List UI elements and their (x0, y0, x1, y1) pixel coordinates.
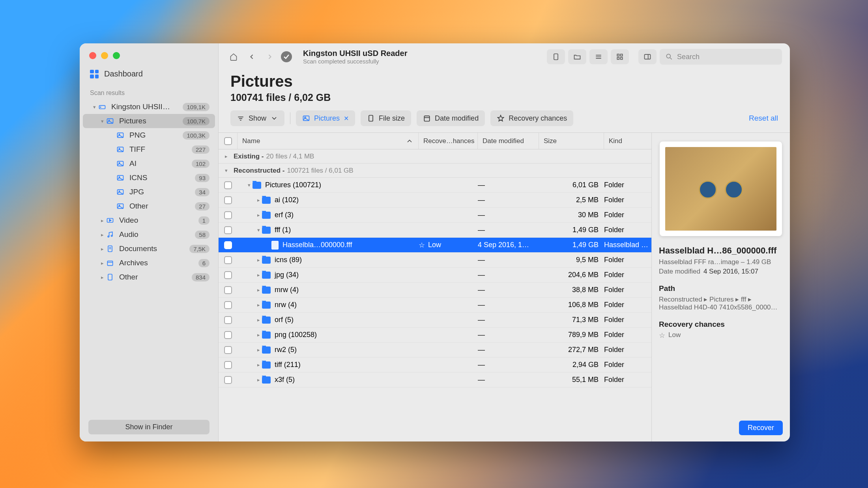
chevron-icon[interactable]: ▸ (255, 287, 262, 293)
folder-row[interactable]: ▸ai (102)—2,5 MBFolder (219, 193, 651, 208)
sidebar-item-other[interactable]: ▸Other834 (83, 270, 215, 284)
row-name-cell: ▸erf (3) (238, 211, 419, 219)
chevron-icon[interactable]: ▸ (255, 212, 262, 218)
chevron-icon[interactable]: ▸ (255, 272, 262, 278)
sidebar-item-kingston-uhsii-[interactable]: ▾Kingston UHSII…109,1K (83, 100, 215, 114)
sidebar-item-audio[interactable]: ▸Audio58 (83, 227, 215, 242)
sidebar-item-icns[interactable]: ICNS93 (83, 171, 215, 185)
sidebar-item-other[interactable]: Other27 (83, 199, 215, 213)
toggle-preview-button[interactable] (638, 49, 657, 64)
recovery-chances-filter-button[interactable]: Recovery chances (490, 110, 573, 126)
file-view-button[interactable] (547, 49, 565, 64)
row-checkbox[interactable] (219, 271, 238, 279)
file-size-filter-button[interactable]: File size (361, 110, 411, 126)
list-view-button[interactable] (589, 49, 608, 64)
row-checkbox[interactable] (219, 256, 238, 264)
row-size-cell: 2,94 GB (539, 361, 604, 369)
remove-filter-icon[interactable]: ✕ (344, 115, 349, 122)
file-row[interactable]: Hasselbla…000000.fff☆Low4 Sep 2016, 1…1,… (219, 238, 651, 253)
row-checkbox[interactable] (219, 181, 238, 189)
group-row-existing[interactable]: ▸Existing - 20 files / 4,1 MB (219, 149, 651, 164)
chevron-icon[interactable]: ▸ (255, 197, 262, 203)
back-button[interactable] (245, 50, 259, 64)
grid-view-button[interactable] (611, 49, 629, 64)
row-kind-cell: Folder (604, 181, 651, 189)
column-date-modified[interactable]: Date modified (478, 133, 539, 149)
row-checkbox[interactable] (219, 316, 238, 324)
sidebar-item-documents[interactable]: ▸Documents7,5K (83, 242, 215, 256)
folder-row[interactable]: ▸rw2 (5)—272,7 MBFolder (219, 343, 651, 358)
file-icon (271, 241, 279, 250)
minimize-window-button[interactable] (101, 52, 108, 59)
folder-row[interactable]: ▸tiff (211)—2,94 GBFolder (219, 358, 651, 373)
close-window-button[interactable] (89, 52, 96, 59)
chevron-icon[interactable]: ▾ (245, 182, 253, 188)
folder-row[interactable]: ▸icns (89)—9,5 MBFolder (219, 253, 651, 268)
sidebar-item-count: 27 (195, 202, 210, 210)
folder-row[interactable]: ▸x3f (5)—55,1 MBFolder (219, 373, 651, 387)
search-field[interactable]: Search (660, 49, 782, 65)
row-kind-cell: Folder (604, 271, 651, 279)
sidebar-item-archives[interactable]: ▸Archives6 (83, 256, 215, 270)
folder-row[interactable]: ▸mrw (4)—38,8 MBFolder (219, 283, 651, 298)
row-checkbox[interactable] (219, 226, 238, 234)
folder-row[interactable]: ▾fff (1)—1,49 GBFolder (219, 223, 651, 238)
chevron-icon[interactable]: ▾ (255, 227, 262, 233)
chevron-icon[interactable]: ▸ (255, 362, 262, 368)
forward-button[interactable] (263, 50, 277, 64)
chevron-icon[interactable]: ▸ (255, 347, 262, 353)
show-filter-button[interactable]: Show (230, 110, 284, 126)
column-kind[interactable]: Kind (604, 133, 651, 149)
folder-view-button[interactable] (568, 49, 586, 64)
column-name[interactable]: Name (238, 133, 419, 149)
row-checkbox[interactable] (219, 361, 238, 369)
sidebar-item-video[interactable]: ▸Video1 (83, 213, 215, 227)
show-in-finder-button[interactable]: Show in Finder (88, 420, 210, 434)
reset-all-button[interactable]: Reset all (749, 114, 778, 123)
row-checkbox[interactable] (219, 211, 238, 219)
sidebar-item-pictures[interactable]: ▾Pictures100,7K (83, 114, 215, 128)
select-all-checkbox[interactable] (219, 133, 238, 149)
sidebar-item-jpg[interactable]: JPG34 (83, 185, 215, 199)
chevron-icon[interactable]: ▸ (255, 302, 262, 308)
sidebar-item-ai[interactable]: AI102 (83, 156, 215, 171)
row-checkbox[interactable] (219, 301, 238, 309)
row-checkbox[interactable] (219, 376, 238, 384)
folder-row[interactable]: ▸erf (3)—30 MBFolder (219, 208, 651, 223)
preview-thumbnail[interactable] (660, 142, 782, 236)
row-checkbox[interactable] (219, 196, 238, 204)
row-checkbox[interactable] (219, 346, 238, 354)
folder-row[interactable]: ▸jpg (34)—204,6 MBFolder (219, 268, 651, 283)
chevron-icon[interactable]: ▸ (255, 332, 262, 338)
sidebar-item-label: Documents (119, 244, 189, 253)
sidebar-item-png[interactable]: PNG100,3K (83, 128, 215, 142)
column-recovery[interactable]: Recove…hances (419, 133, 478, 149)
group-row-reconstructed[interactable]: ▾Reconstructed - 100721 files / 6,01 GB (219, 164, 651, 178)
folder-row[interactable]: ▸orf (5)—71,3 MBFolder (219, 313, 651, 328)
sidebar-item-tiff[interactable]: TIFF227 (83, 142, 215, 156)
home-button[interactable] (226, 50, 241, 64)
row-checkbox[interactable] (219, 331, 238, 339)
image-icon (106, 117, 114, 125)
sidebar-item-label: Audio (119, 230, 195, 239)
sidebar-dashboard[interactable]: Dashboard (80, 59, 218, 86)
pictures-filter-chip[interactable]: Pictures ✕ (296, 110, 355, 126)
folder-row[interactable]: ▾Pictures (100721)—6,01 GBFolder (219, 178, 651, 193)
chevron-icon[interactable]: ▸ (255, 317, 262, 323)
svg-rect-33 (645, 54, 651, 59)
maximize-window-button[interactable] (113, 52, 120, 59)
row-checkbox[interactable] (219, 286, 238, 294)
column-size[interactable]: Size (539, 133, 604, 149)
chevron-icon: ▾ (99, 118, 105, 124)
date-modified-filter-button[interactable]: Date modified (417, 110, 485, 126)
chevron-icon[interactable]: ▸ (255, 377, 262, 383)
recover-button[interactable]: Recover (739, 421, 783, 435)
sidebar-item-count: 1 (198, 216, 210, 225)
image-icon (116, 188, 125, 196)
svg-rect-42 (369, 115, 373, 121)
folder-row[interactable]: ▸nrw (4)—106,8 MBFolder (219, 298, 651, 313)
chevron-icon[interactable]: ▸ (255, 257, 262, 263)
source-title: Kingston UHSII uSD Reader (303, 49, 543, 58)
folder-row[interactable]: ▸png (100258)—789,9 MBFolder (219, 328, 651, 343)
row-checkbox[interactable] (219, 241, 238, 249)
